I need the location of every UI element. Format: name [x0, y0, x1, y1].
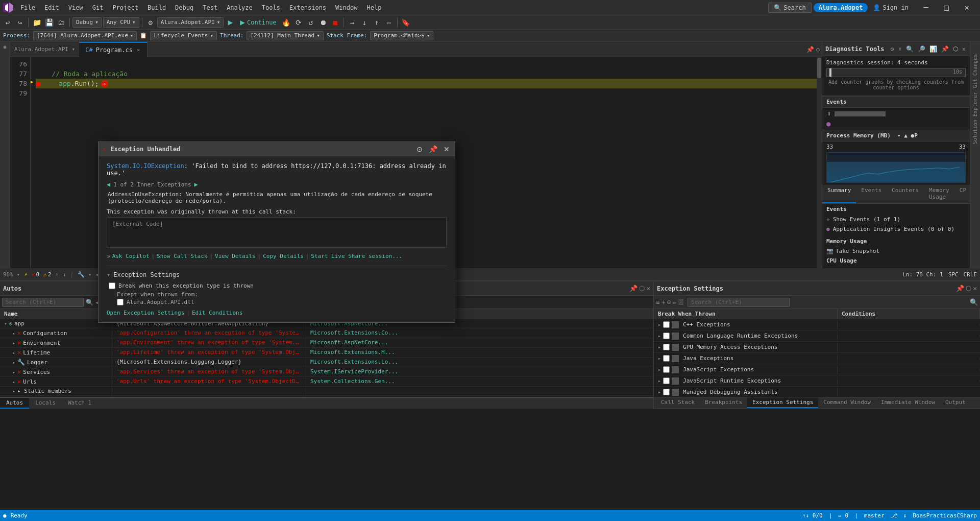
menu-window[interactable]: Window	[331, 3, 361, 12]
sign-in-button[interactable]: 👤 Sign in	[869, 3, 913, 12]
table-row[interactable]: ▸ ▸ Static members	[0, 387, 653, 396]
table-row[interactable]: ▸ ✕ Urls 'app.Urls' threw an exception o…	[0, 377, 653, 387]
table-row[interactable]: ▸ ✕ Environment 'app.Environment' threw …	[0, 338, 653, 348]
table-row[interactable]: ▸ ✕ Services 'app.Services' threw an exc…	[0, 367, 653, 377]
exc-panel-popout-icon[interactable]: ⬡	[966, 285, 971, 292]
bp-tab-output[interactable]: Output	[940, 397, 971, 408]
editor-scrollbar[interactable]	[817, 57, 822, 268]
debug-config-dropdown[interactable]: Debug ▾	[72, 17, 102, 28]
diag-search-icon[interactable]: 🔍	[905, 44, 915, 54]
menu-edit[interactable]: Edit	[40, 3, 63, 12]
nav-down-icon[interactable]: ↓	[63, 271, 66, 278]
expand-icon[interactable]: ▸	[658, 378, 661, 384]
debug-tools-icon[interactable]: 🔧 ▾	[78, 271, 91, 278]
bp-tab-breakpoints[interactable]: Breakpoints	[700, 397, 747, 408]
expand-arrow-icon[interactable]: ▸	[12, 340, 15, 346]
diag-chart-icon[interactable]: 📊	[928, 44, 938, 54]
show-call-stack-link[interactable]: Show Call Stack	[157, 253, 207, 259]
menu-analyze[interactable]: Analyze	[223, 3, 257, 12]
exc-checkbox-jsrt[interactable]	[663, 377, 670, 384]
continue-button[interactable]: ▶ Continue	[237, 17, 279, 28]
lifecycle-dropdown[interactable]: Lifecycle Events ▾	[150, 31, 217, 40]
exc-checkbox-gpu[interactable]	[663, 344, 670, 350]
diag-popout-icon[interactable]: ⬡	[952, 44, 959, 54]
expand-arrow-icon[interactable]: ▸	[12, 388, 15, 394]
expand-arrow-icon[interactable]: ▾	[4, 321, 7, 326]
diag-tab-summary[interactable]: Summary	[822, 185, 856, 203]
autos-close-icon[interactable]: ✕	[646, 285, 650, 292]
exc-panel-pin-icon[interactable]: 📌	[956, 285, 964, 292]
diag-zoom-icon[interactable]: 🔎	[917, 44, 926, 54]
open-file-button[interactable]: 📁	[31, 17, 42, 28]
exc-toolbar-add-icon[interactable]: +	[662, 298, 666, 306]
exc-toolbar-filter-icon[interactable]: ≡	[656, 298, 660, 306]
expand-icon[interactable]: ▸	[658, 333, 661, 339]
autos-pin-icon[interactable]: 📌	[629, 285, 638, 292]
menu-help[interactable]: Help	[362, 3, 385, 12]
solution-explorer-label[interactable]: Solution Explorer	[972, 90, 978, 146]
break-when-thrown-checkbox[interactable]	[109, 282, 115, 289]
live-share-link[interactable]: Start Live Share session...	[311, 253, 402, 259]
table-row[interactable]: ▸ ✕ Configuration 'app.Configuration' th…	[0, 328, 653, 338]
expand-icon[interactable]: ▸	[658, 356, 661, 361]
exc-toolbar-edit-icon[interactable]: ✏	[672, 298, 676, 306]
dialog-pin-icon[interactable]: 📌	[428, 144, 438, 154]
expand-arrow-icon[interactable]: ▸	[12, 360, 15, 365]
redo-button[interactable]: ↪	[14, 17, 26, 28]
copy-details-link[interactable]: Copy Details	[263, 253, 303, 259]
step-back-button[interactable]: ⇦	[383, 17, 395, 28]
diag-settings-icon[interactable]: ⚙	[889, 44, 895, 54]
menu-git[interactable]: Git	[88, 3, 108, 12]
tab-close-button[interactable]: ✕	[136, 46, 141, 54]
diag-tab-events[interactable]: Events	[856, 185, 887, 203]
exc-search-box[interactable]: Search (Ctrl+E)	[688, 298, 790, 307]
pin-icon[interactable]: 📌	[806, 46, 814, 53]
menu-view[interactable]: View	[64, 3, 87, 12]
diag-pin-icon[interactable]: 📌	[940, 44, 950, 54]
expand-arrow-icon[interactable]: ▸	[12, 350, 15, 356]
record-button[interactable]: ⏺	[317, 17, 329, 28]
except-from-checkbox[interactable]	[117, 299, 124, 305]
bp-tab-immediate[interactable]: Immediate Window	[876, 397, 940, 408]
exc-checkbox-clr[interactable]	[663, 333, 670, 339]
save-button[interactable]: 💾	[43, 17, 55, 28]
table-row[interactable]: ▸ ✕ Lifetime 'app.Lifetime' threw an exc…	[0, 348, 653, 358]
stop-button[interactable]: ■	[330, 17, 341, 28]
diag-close-icon[interactable]: ✕	[961, 44, 967, 54]
step-over-button[interactable]: ⟳	[293, 17, 304, 28]
nav-up-icon[interactable]: ↑	[55, 271, 59, 278]
menu-project[interactable]: Project	[108, 3, 142, 12]
bp-tab-command[interactable]: Command Window	[818, 397, 876, 408]
bp-tab-callstack[interactable]: Call Stack	[656, 397, 700, 408]
platform-dropdown[interactable]: Any CPU ▾	[103, 17, 139, 28]
git-changes-label[interactable]: Git Changes	[972, 52, 978, 90]
autos-search-icon[interactable]: 🔍	[86, 299, 93, 306]
view-details-link[interactable]: View Details	[215, 253, 255, 259]
tab-autos[interactable]: Autos	[0, 398, 29, 409]
table-row[interactable]: ▸ 🔧 Logger {Microsoft.Extensions.Logging…	[0, 358, 653, 367]
autos-popout-icon[interactable]: ⬡	[639, 285, 645, 292]
dialog-close-icon[interactable]: ✕	[443, 144, 451, 154]
bp-tab-exc-settings[interactable]: Exception Settings	[747, 397, 818, 408]
expand-icon[interactable]: ▸	[658, 367, 661, 372]
menu-debug[interactable]: Debug	[171, 3, 198, 12]
diag-tab-cp[interactable]: CP	[954, 185, 970, 203]
exc-checkbox-java[interactable]	[663, 355, 670, 362]
exc-settings-arrow[interactable]: ▾	[107, 271, 110, 278]
tab-watch1[interactable]: Watch 1	[62, 398, 97, 409]
exc-toolbar-remove-icon[interactable]: ⊖	[667, 298, 671, 306]
autos-search-box[interactable]: Search (Ctrl+E)	[2, 298, 84, 307]
take-snapshot-button[interactable]: 📷 Take Snapshot	[822, 247, 970, 255]
menu-tools[interactable]: Tools	[258, 3, 284, 12]
exc-search-icon[interactable]: 🔍	[970, 298, 978, 306]
global-search-button[interactable]: 🔍 Search	[768, 3, 811, 13]
diag-tab-memory[interactable]: Memory Usage	[924, 185, 954, 203]
exc-panel-close-icon[interactable]: ✕	[973, 285, 977, 292]
tab-locals[interactable]: Locals	[29, 398, 62, 409]
exc-checkbox-cpp[interactable]	[663, 321, 670, 328]
start-button[interactable]: ▶	[225, 17, 236, 28]
edit-conditions-link[interactable]: Edit Conditions	[192, 310, 242, 316]
expand-arrow-icon[interactable]: ▸	[12, 369, 15, 375]
minimize-button[interactable]: ─	[916, 0, 936, 15]
save-all-button[interactable]: 🗂	[56, 17, 67, 28]
